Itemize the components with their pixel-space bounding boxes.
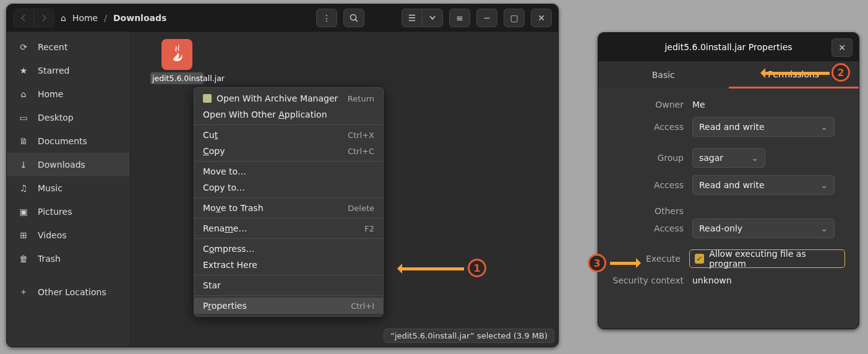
owner-access-label: Access — [612, 122, 692, 132]
star-icon: ★ — [18, 66, 29, 76]
sidebar-item-label: Downloads — [38, 160, 85, 170]
toolbar-right: ⋮ ☰ ≡ ─ ▢ ✕ — [316, 9, 552, 27]
search-button[interactable] — [343, 9, 364, 27]
menu-cut[interactable]: Cut Ctrl+X — [194, 127, 383, 143]
security-context-label: Security context — [612, 275, 692, 285]
close-button[interactable]: ✕ — [531, 9, 552, 27]
owner-value: Me — [692, 100, 705, 110]
sidebar-item-label: Videos — [38, 230, 67, 240]
content-pane[interactable]: jedit5.6.0install.jar Open With Archive … — [131, 32, 558, 347]
menu-properties[interactable]: Properties Ctrl+I — [194, 298, 383, 314]
group-access-label: Access — [612, 180, 692, 190]
sidebar-item-label: Other Locations — [38, 287, 106, 297]
sidebar-item-trash[interactable]: 🗑Trash — [7, 247, 130, 270]
videos-icon: ⊞ — [18, 230, 29, 240]
chevron-down-icon: ⌄ — [820, 122, 828, 132]
sidebar: ⟳Recent ★Starred ⌂Home ▭Desktop 🗎Documen… — [7, 32, 131, 347]
sidebar-item-downloads[interactable]: ⤓Downloads — [7, 153, 130, 176]
breadcrumb-home[interactable]: Home — [72, 13, 98, 23]
view-dropdown-button[interactable] — [422, 9, 443, 27]
menu-move-to[interactable]: Move to… — [194, 163, 383, 179]
execute-checkbox[interactable]: ✓ Allow executing file as program — [689, 249, 845, 268]
dialog-close-button[interactable]: ✕ — [831, 38, 853, 57]
minimize-icon: ─ — [484, 13, 489, 23]
sidebar-item-label: Pictures — [38, 207, 72, 217]
archive-icon — [203, 94, 212, 103]
home-icon: ⌂ — [18, 89, 29, 99]
sidebar-item-pictures[interactable]: ▣Pictures — [7, 200, 130, 223]
menu-copy-to[interactable]: Copy to… — [194, 179, 383, 196]
back-button[interactable] — [13, 9, 34, 27]
group-label: Group — [612, 153, 692, 163]
jar-file-icon — [161, 39, 192, 70]
sidebar-item-music[interactable]: ♫Music — [7, 176, 130, 200]
owner-access-dropdown[interactable]: Read and write ⌄ — [692, 117, 835, 137]
menu-open-archive[interactable]: Open With Archive Manager Return — [194, 90, 383, 106]
sidebar-item-label: Music — [38, 183, 62, 193]
annotation-badge-2: 2 — [831, 63, 850, 82]
chevron-left-icon — [20, 14, 27, 22]
sidebar-item-label: Documents — [38, 136, 87, 146]
sidebar-item-label: Starred — [38, 66, 69, 76]
sidebar-item-starred[interactable]: ★Starred — [7, 59, 130, 82]
menu-open-other[interactable]: Open With Other Application — [194, 106, 383, 123]
close-icon: ✕ — [838, 43, 846, 53]
tab-basic[interactable]: Basic — [598, 61, 729, 88]
svg-line-1 — [356, 19, 358, 22]
forward-button[interactable] — [33, 9, 54, 27]
breadcrumb: ⌂ Home / Downloads — [61, 13, 310, 23]
trash-icon: 🗑 — [18, 254, 29, 264]
recent-icon: ⟳ — [18, 42, 29, 52]
sidebar-item-documents[interactable]: 🗎Documents — [7, 129, 130, 153]
menu-move-trash[interactable]: Move to Trash Delete — [194, 200, 383, 216]
home-icon[interactable]: ⌂ — [61, 13, 66, 23]
others-access-label: Access — [612, 223, 692, 233]
group-dropdown[interactable]: sagar ⌄ — [692, 148, 765, 168]
sidebar-item-label: Recent — [38, 42, 67, 52]
minimize-button[interactable]: ─ — [476, 9, 497, 27]
dialog-title: jedit5.6.0install.jar Properties — [664, 42, 792, 52]
hamburger-menu-button[interactable]: ≡ — [449, 9, 470, 27]
list-view-button[interactable]: ☰ — [402, 9, 423, 27]
svg-point-0 — [351, 14, 356, 20]
sidebar-item-videos[interactable]: ⊞Videos — [7, 223, 130, 247]
sidebar-item-home[interactable]: ⌂Home — [7, 82, 130, 106]
others-label: Others — [612, 206, 692, 216]
sidebar-item-other-locations[interactable]: ＋Other Locations — [7, 280, 130, 304]
kebab-icon: ⋮ — [322, 13, 331, 23]
chevron-right-icon — [41, 14, 47, 22]
menu-button[interactable]: ⋮ — [316, 9, 337, 27]
chevron-down-icon: ⌄ — [751, 153, 758, 163]
sidebar-item-label: Home — [38, 89, 63, 99]
maximize-button[interactable]: ▢ — [504, 9, 525, 27]
sidebar-item-desktop[interactable]: ▭Desktop — [7, 106, 130, 129]
breadcrumb-current[interactable]: Downloads — [113, 13, 166, 23]
status-bar: “jedit5.6.0install.jar” selected (3.9 MB… — [384, 329, 554, 343]
chevron-down-icon: ⌄ — [820, 180, 828, 190]
others-access-dropdown[interactable]: Read-only ⌄ — [692, 218, 835, 238]
file-item[interactable]: jedit5.6.0install.jar — [150, 39, 204, 84]
file-manager-window: ⌂ Home / Downloads ⋮ ☰ ≡ ─ ▢ ✕ ⟳Recent — [6, 4, 559, 347]
context-menu: Open With Archive Manager Return Open Wi… — [194, 87, 384, 317]
breadcrumb-sep: / — [104, 13, 107, 23]
file-label: jedit5.6.0install.jar — [150, 72, 204, 84]
close-icon: ✕ — [538, 13, 545, 23]
menu-extract[interactable]: Extract Here — [194, 257, 383, 273]
menu-star[interactable]: Star — [194, 277, 383, 293]
menu-copy[interactable]: Copy Ctrl+C — [194, 143, 383, 159]
maximize-icon: ▢ — [510, 13, 518, 23]
security-context-value: unknown — [692, 275, 732, 285]
group-access-dropdown[interactable]: Read and write ⌄ — [692, 175, 835, 195]
menu-compress[interactable]: Compress… — [194, 241, 383, 257]
sidebar-item-label: Desktop — [38, 113, 74, 123]
title-bar: ⌂ Home / Downloads ⋮ ☰ ≡ ─ ▢ ✕ — [7, 4, 558, 32]
plus-icon: ＋ — [18, 287, 29, 298]
menu-rename[interactable]: Rename… F2 — [194, 220, 383, 236]
sidebar-item-recent[interactable]: ⟳Recent — [7, 35, 130, 59]
annotation-badge-1: 1 — [468, 259, 486, 277]
search-icon — [350, 14, 358, 22]
downloads-icon: ⤓ — [18, 160, 29, 170]
list-icon: ☰ — [408, 13, 416, 23]
owner-label: Owner — [612, 100, 692, 110]
checkbox-checked-icon: ✓ — [695, 254, 704, 264]
